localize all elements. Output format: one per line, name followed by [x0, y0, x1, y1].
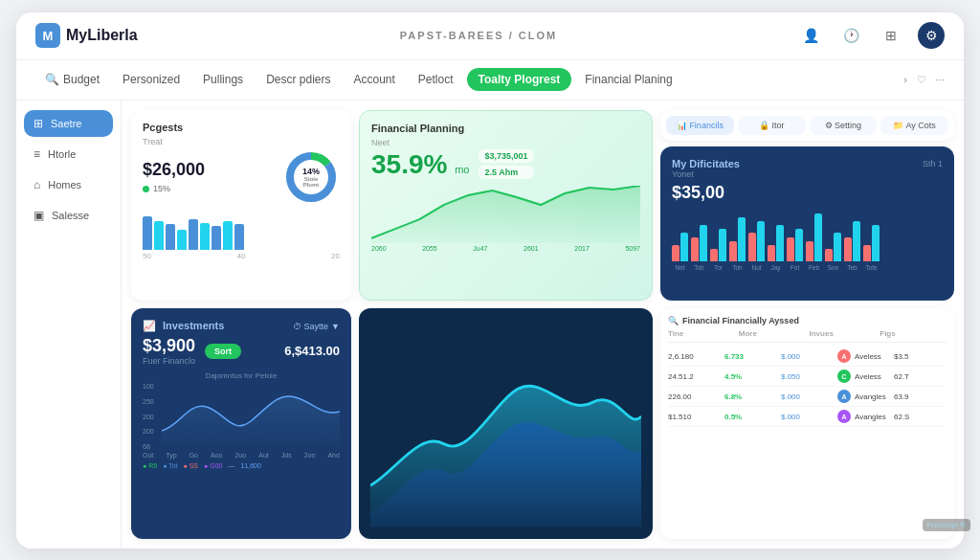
inv-x-labels: Out Typ Go Aoo 2uo Aut Jds 2oo Ahd	[143, 452, 340, 459]
main: ⊞ Saetre ≡ Htorle ⌂ Homes ▣ Salesse Pcge…	[16, 101, 964, 549]
inv-main-val: $3,900	[143, 336, 195, 356]
financial-badges: $3,735,001 2.5 Ahm	[479, 149, 533, 179]
search-icon: 🔍	[45, 73, 59, 86]
bar-cyan-10	[872, 225, 880, 261]
logo: M MyLiberla	[35, 23, 160, 48]
diff-xlabel-3: Toh	[729, 264, 746, 271]
nav-toalty[interactable]: Toalty Plogrest	[467, 68, 572, 91]
legend-g00: ● G00	[204, 462, 222, 469]
bar-group-3	[729, 217, 746, 261]
bar-cyan-1	[700, 225, 707, 261]
avatar-0: A	[837, 349, 851, 363]
bar-group-1	[691, 225, 707, 261]
nav-personized[interactable]: Personized	[113, 69, 189, 90]
legend-dot-green	[143, 186, 149, 192]
cell-name-3: A Avangles	[837, 410, 890, 423]
content-grid: Pcgests Treat $26,000 15%	[122, 101, 964, 549]
inv-title: 📈 Investments	[143, 320, 224, 332]
table-header: 🔍 Financial Financially Ayssed	[668, 316, 947, 325]
bar-group-7	[806, 213, 822, 261]
card-area-mid: Freerlopt ®	[359, 308, 653, 538]
donut-label: 14% Stole Plumt	[297, 167, 325, 188]
cell-more-3: 0.5%	[724, 413, 777, 421]
nav-descrpdiers[interactable]: Descr pdiers	[256, 69, 340, 90]
diff-title: My Dificitates	[672, 158, 740, 169]
cell-tine-3: $1.510	[668, 413, 721, 421]
cell-more-1: 4.5%	[724, 372, 777, 381]
financial-main-val: 35.9% mo	[371, 149, 469, 180]
table-search-label: Financial Financially Ayssed	[682, 316, 799, 325]
diff-xlabel-0: Net	[672, 264, 688, 271]
sidebar-item-htorle[interactable]: ≡ Htorle	[24, 141, 113, 168]
card-pcgests: Pcgests Treat $26,000 15%	[131, 110, 351, 302]
logo-icon: M	[35, 23, 60, 48]
legend-ss: ● SS	[184, 462, 199, 469]
financial-xlabels: 2060 2055 Ju47 2601 2017 5097	[371, 245, 640, 252]
cell-more-0: 6.733	[724, 352, 777, 361]
nav-account[interactable]: Account	[344, 69, 404, 90]
diff-xlabel-7: Feb	[806, 264, 822, 271]
bar-cyan-9	[853, 221, 860, 261]
sidebar-item-salesse[interactable]: ▣ Salesse	[24, 202, 113, 229]
grid-icon[interactable]: ⊞	[878, 22, 904, 49]
bar-group-2	[710, 229, 726, 260]
bar-coral-2	[710, 249, 718, 261]
legend-11600: 11,600	[240, 462, 260, 469]
cell-figs-1: 62.T	[894, 372, 947, 381]
financial-area-svg	[371, 186, 640, 243]
sidebar-item-homes[interactable]: ⌂ Homes	[24, 171, 113, 198]
bar-cyan-5	[776, 225, 784, 261]
header-center-text: PAPST-BAREES / CLOM	[160, 30, 797, 41]
tab-itor[interactable]: 🔒 Itor	[738, 116, 806, 135]
clock-icon[interactable]: 🕐	[837, 22, 864, 49]
bar-coral-8	[825, 249, 833, 261]
nav-dots[interactable]: ···	[936, 74, 945, 85]
cell-figs-3: 62.S	[894, 413, 947, 421]
financial-main-row: 35.9% mo $3,735,001 2.5 Ahm	[371, 149, 640, 180]
pcgests-title: Pcgests	[143, 122, 340, 133]
cell-tine-0: 2,6.180	[668, 352, 721, 361]
sort-button[interactable]: Sort	[205, 344, 241, 359]
diff-xlabel-1: Tob	[691, 264, 707, 271]
mini-bar-row	[143, 212, 340, 250]
user-icon[interactable]: 👤	[797, 22, 824, 49]
diff-val: $35,00	[672, 183, 943, 203]
legend-pct: 15%	[153, 184, 170, 193]
inv-main-group: $3,900 Fuer Financlo	[143, 336, 195, 366]
tab-ay-cots[interactable]: 📁 Ay Cots	[880, 116, 948, 135]
bar-cyan-4	[757, 221, 765, 261]
sidebar-label-1: Htorle	[48, 148, 76, 160]
cell-tine-2: 226.00	[668, 392, 721, 401]
bar-coral-0	[672, 245, 679, 261]
nav-pullings[interactable]: Pullings	[193, 69, 253, 90]
tab-setting[interactable]: ⚙ Setting	[810, 116, 878, 135]
inv-save-btn[interactable]: ⏱ Saytte ▼	[293, 322, 340, 331]
cell-figs-0: $3.5	[894, 352, 947, 361]
nav-heart[interactable]: ♡	[917, 74, 926, 86]
avatar-2: A	[837, 390, 851, 403]
tab-financils[interactable]: 📊 Financils	[666, 116, 734, 135]
inv-chart-icon: 📈	[143, 320, 156, 331]
nav-chevron[interactable]: ›	[903, 74, 907, 85]
cell-amount-3: $.000	[781, 413, 834, 421]
bar-group-8	[825, 233, 841, 260]
bar-group-5	[768, 225, 784, 261]
diff-header: My Dificitates Sth 1	[672, 158, 943, 169]
nav-petloct[interactable]: Petloct	[409, 69, 463, 90]
settings-icon[interactable]: ⚙	[918, 22, 945, 49]
diff-xlabel-9: Teb	[844, 264, 860, 271]
right-top-panel: 📊 Financils 🔒 Itor ⚙ Setting 📁 Ay Cots M…	[660, 110, 954, 302]
inv-line-chart: 100 250 200 200 68	[143, 383, 340, 450]
mini-bar-6	[212, 226, 221, 250]
diff-date: Sth 1	[923, 159, 943, 168]
bar-group-0	[672, 233, 688, 260]
nav-budget[interactable]: 🔍 Budget	[35, 69, 109, 90]
bar-coral-9	[844, 237, 852, 261]
area-mid-svg	[370, 320, 641, 526]
card-difficulties: My Dificitates Sth 1 Yonet $35,00 NetTob…	[660, 146, 954, 302]
sidebar-item-saetre[interactable]: ⊞ Saetre	[24, 110, 113, 137]
pcgests-legend: 15%	[143, 184, 205, 193]
nav-financial-planing[interactable]: Financial Planing	[575, 69, 681, 90]
donut-chart: 14% Stole Plumt	[282, 148, 340, 206]
save-icon: ⏱	[293, 322, 301, 331]
